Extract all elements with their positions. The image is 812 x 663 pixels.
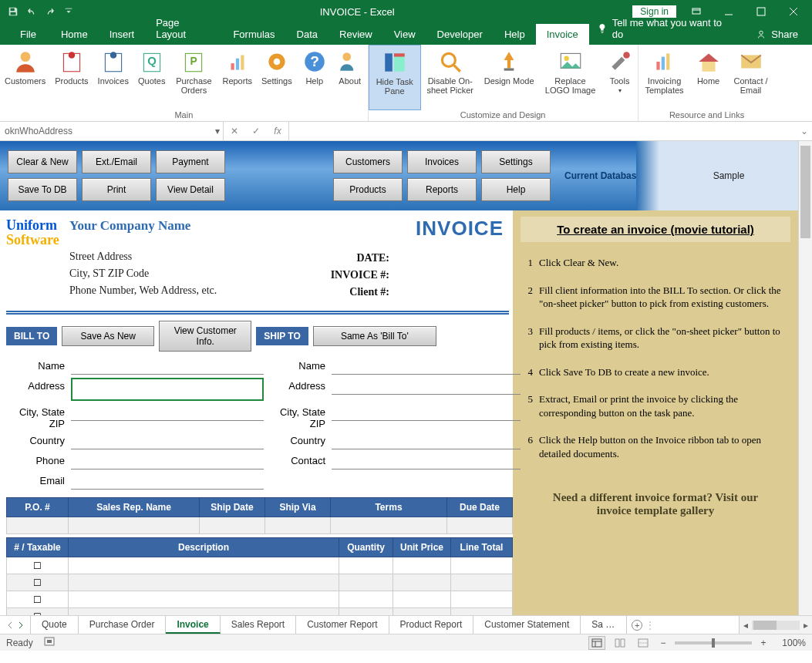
worksheet[interactable]: Clear & New Ext./Email Payment Save To D… — [0, 141, 798, 615]
invoices-button[interactable]: Invoices — [407, 150, 477, 173]
tab-data[interactable]: Data — [286, 24, 329, 45]
line-tax-4[interactable]: ☐ — [7, 608, 69, 616]
shipto-name-field[interactable] — [332, 358, 521, 375]
zoom-out-icon[interactable]: − — [658, 638, 669, 648]
sheet-tab-sales[interactable]: Sales Report — [221, 616, 296, 634]
accept-formula-icon[interactable]: ✓ — [245, 122, 267, 140]
print-button[interactable]: Print — [82, 178, 151, 201]
ribbon-design-mode-button[interactable]: Design Mode — [480, 45, 539, 110]
ribbon-replace-logo-button[interactable]: Replace LOGO Image — [539, 45, 602, 110]
tab-invoice[interactable]: Invoice — [536, 24, 589, 45]
sheet-tab-po[interactable]: Purchase Order — [79, 616, 167, 634]
ribbon-purchase-orders-button[interactable]: PPurchase Orders — [170, 45, 217, 110]
sheet-tab-invoice[interactable]: Invoice — [166, 616, 220, 634]
undo-icon[interactable] — [23, 3, 40, 20]
sheet-tab-sa[interactable]: Sa … — [581, 616, 627, 634]
expand-formula-bar-icon[interactable]: ⌄ — [797, 122, 812, 140]
reports-button[interactable]: Reports — [407, 178, 477, 201]
tab-help[interactable]: Help — [494, 24, 536, 45]
formula-input[interactable] — [289, 122, 797, 140]
chevron-down-icon[interactable]: ▾ — [215, 126, 220, 136]
shipto-address-field[interactable] — [332, 378, 521, 395]
chevron-right-icon[interactable] — [18, 622, 24, 628]
po-cell[interactable] — [7, 517, 69, 534]
ribbon-quotes-button[interactable]: QQuotes — [133, 45, 170, 110]
billto-phone-field[interactable] — [71, 453, 264, 469]
horizontal-scrollbar[interactable]: ◂ ▸ — [739, 616, 812, 634]
payment-button[interactable]: Payment — [156, 150, 225, 173]
view-normal-icon[interactable] — [588, 636, 605, 650]
shipdate-cell[interactable] — [200, 517, 265, 534]
help-button[interactable]: Help — [481, 178, 551, 201]
sheet-tab-quote[interactable]: Quote — [31, 616, 79, 634]
zoom-level[interactable]: 100% — [775, 638, 806, 648]
cancel-formula-icon[interactable]: ✕ — [224, 122, 245, 140]
duedate-cell[interactable] — [447, 517, 513, 534]
tutorial-title[interactable]: To create an invoice (movie tutorial) — [521, 217, 790, 242]
sheet-tab-product[interactable]: Product Report — [389, 616, 474, 634]
ext-email-button[interactable]: Ext./Email — [82, 150, 151, 173]
vertical-scrollbar[interactable] — [798, 141, 812, 615]
billto-email-field[interactable] — [71, 473, 264, 490]
line-tax-1[interactable]: ☐ — [7, 557, 69, 574]
customers-button[interactable]: Customers — [333, 150, 403, 173]
ribbon-contact-button[interactable]: Contact / Email — [726, 45, 776, 110]
sheet-nav[interactable] — [0, 616, 31, 634]
ribbon-templates-button[interactable]: Invoicing Templates — [638, 45, 691, 110]
name-box[interactable]: oknWhoAddress▾ — [0, 122, 224, 140]
ribbon-hide-task-pane-button[interactable]: Hide Task Pane — [369, 45, 421, 110]
qat-dropdown-icon[interactable] — [60, 3, 77, 20]
ribbon-about-button[interactable]: About — [332, 45, 368, 110]
save-as-new-button[interactable]: Save As New — [62, 326, 154, 346]
ribbon-disable-picker-button[interactable]: Disable On-sheet Picker — [421, 45, 480, 110]
tell-me-search[interactable]: Tell me what you want to do — [589, 12, 742, 45]
maximize-icon[interactable] — [749, 0, 773, 23]
ribbon-reports-button[interactable]: Reports — [217, 45, 257, 110]
ribbon-products-button[interactable]: Products — [50, 45, 93, 110]
save-to-db-button[interactable]: Save To DB — [8, 178, 77, 201]
billto-csz-field[interactable] — [71, 404, 264, 421]
share-button[interactable]: Share — [742, 24, 812, 45]
shipto-contact-field[interactable] — [332, 453, 521, 469]
billto-country-field[interactable] — [71, 432, 264, 449]
tab-home[interactable]: Home — [50, 24, 99, 45]
ribbon-invoices-button[interactable]: Invoices — [93, 45, 133, 110]
shipto-country-field[interactable] — [332, 432, 521, 449]
ribbon-help-button[interactable]: ?Help — [297, 45, 332, 110]
ribbon-customers-button[interactable]: Customers — [0, 45, 50, 110]
rep-cell[interactable] — [69, 517, 200, 534]
terms-cell[interactable] — [331, 517, 447, 534]
tab-page-layout[interactable]: Page Layout — [145, 12, 222, 45]
view-detail-button[interactable]: View Detail — [156, 178, 225, 201]
shipto-csz-field[interactable] — [332, 404, 521, 421]
fx-icon[interactable]: fx — [267, 122, 288, 140]
same-as-billto-button[interactable]: Same As 'Bill To' — [313, 326, 436, 346]
view-page-break-icon[interactable] — [635, 636, 652, 650]
scroll-left-icon[interactable]: ◂ — [740, 620, 752, 631]
billto-address-field[interactable] — [71, 378, 264, 401]
settings-button[interactable]: Settings — [481, 150, 551, 173]
tab-review[interactable]: Review — [329, 24, 383, 45]
clear-new-button[interactable]: Clear & New — [8, 150, 77, 173]
ribbon-home-button[interactable]: Home — [691, 45, 726, 110]
tab-developer[interactable]: Developer — [426, 24, 494, 45]
save-icon[interactable] — [5, 3, 22, 20]
sheet-tab-customer[interactable]: Customer Report — [296, 616, 389, 634]
products-button[interactable]: Products — [333, 178, 403, 201]
close-icon[interactable] — [781, 0, 806, 23]
macro-recorder-icon[interactable] — [44, 637, 55, 648]
ribbon-settings-button[interactable]: Settings — [257, 45, 297, 110]
tab-file[interactable]: File — [9, 24, 50, 45]
shipvia-cell[interactable] — [265, 517, 331, 534]
line-desc-1[interactable] — [69, 557, 339, 574]
sheet-tab-cstmt[interactable]: Customer Statement — [473, 616, 581, 634]
zoom-slider[interactable] — [675, 641, 752, 644]
line-tax-2[interactable]: ☐ — [7, 574, 69, 591]
tab-formulas[interactable]: Formulas — [222, 24, 285, 45]
tab-view[interactable]: View — [383, 24, 426, 45]
chevron-left-icon[interactable] — [7, 622, 13, 628]
line-tax-3[interactable]: ☐ — [7, 591, 69, 608]
tab-insert[interactable]: Insert — [99, 24, 146, 45]
new-sheet-icon[interactable]: + — [632, 620, 642, 631]
redo-icon[interactable] — [42, 3, 59, 20]
